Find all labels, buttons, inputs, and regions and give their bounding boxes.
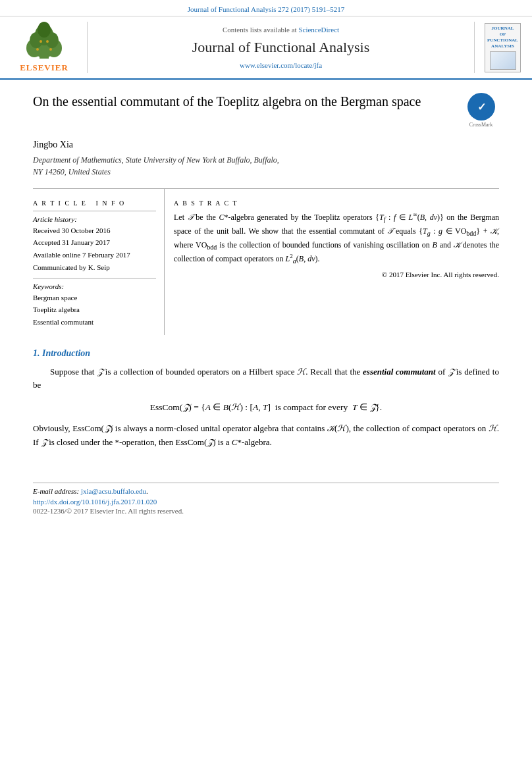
display-math-esscom: EssCom(𝒵) = {A ∈ B(ℋ) : [A, T] is compac… [33, 402, 499, 413]
journal-title: Journal of Functional Analysis [192, 39, 369, 56]
info-abstract-columns: A R T I C L E I N F O Article history: R… [33, 188, 499, 335]
intro-paragraph-1: Suppose that 𝒵 is a collection of bounde… [33, 365, 499, 393]
top-citation-bar: Journal of Functional Analysis 272 (2017… [0, 0, 532, 16]
article-info-title: A R T I C L E I N F O [33, 199, 156, 207]
elsevier-tree-icon [14, 22, 74, 61]
sciencedirect-link[interactable]: ScienceDirect [298, 26, 339, 34]
svg-point-10 [49, 48, 52, 51]
main-content: On the essential commutant of the Toepli… [0, 80, 532, 469]
journal-url[interactable]: www.elsevier.com/locate/jfa [240, 61, 322, 69]
author-affiliation: Department of Mathematics, State Univers… [33, 154, 499, 178]
abstract-column: A B S T R A C T Let 𝒯 be the C*-algebra … [165, 189, 499, 335]
journal-citation: Journal of Functional Analysis 272 (2017… [188, 5, 344, 13]
elsevier-logo: ELSEVIER [8, 22, 80, 73]
keywords-list: Bergman space Toeplitz algebra Essential… [33, 292, 156, 329]
article-dates: Received 30 October 2016 Accepted 31 Jan… [33, 224, 156, 274]
keywords-label: Keywords: [33, 282, 156, 290]
svg-point-8 [42, 26, 46, 30]
page-footer: E-mail address: jxia@acsu.buffalo.edu. h… [33, 483, 499, 515]
journal-center: Contents lists available at ScienceDirec… [87, 22, 475, 73]
doi-link[interactable]: http://dx.doi.org/10.1016/j.jfa.2017.01.… [33, 498, 157, 506]
doi-line[interactable]: http://dx.doi.org/10.1016/j.jfa.2017.01.… [33, 498, 499, 506]
abstract-copyright: © 2017 Elsevier Inc. All rights reserved… [174, 271, 499, 278]
author-name: Jingbo Xia [33, 140, 499, 150]
email-footnote: E-mail address: jxia@acsu.buffalo.edu. [33, 487, 499, 495]
svg-text:✓: ✓ [477, 101, 485, 113]
crossmark-icon: ✓ [467, 93, 495, 120]
journal-cover-thumbnail: JOURNALOFFUNCTIONALANALYSIS [485, 23, 521, 72]
journal-header: ELSEVIER Contents lists available at Sci… [0, 16, 532, 80]
journal-thumbnail: JOURNALOFFUNCTIONALANALYSIS [481, 22, 524, 73]
contents-available-text: Contents lists available at ScienceDirec… [223, 26, 339, 34]
section-1-heading: 1. Introduction [33, 348, 499, 359]
article-info-column: A R T I C L E I N F O Article history: R… [33, 189, 165, 335]
abstract-text: Let 𝒯 be the C*-algebra generated by the… [174, 211, 499, 267]
body-paragraph-2: Obviously, EssCom(𝒵) is always a norm-cl… [33, 422, 499, 450]
svg-point-11 [40, 40, 42, 43]
elsevier-label: ELSEVIER [20, 63, 68, 73]
email-link[interactable]: jxia@acsu.buffalo.edu [81, 487, 146, 495]
history-label: Article history: [33, 215, 156, 223]
page-wrapper: Journal of Functional Analysis 272 (2017… [0, 0, 532, 765]
abstract-title: A B S T R A C T [174, 199, 499, 207]
crossmark-label: CrossMark [469, 122, 493, 129]
email-label: E-mail address: [33, 487, 81, 495]
crossmark-badge[interactable]: ✓ CrossMark [463, 93, 499, 129]
article-title-text: On the essential commutant of the Toepli… [33, 93, 456, 111]
svg-point-9 [36, 48, 39, 51]
footer-copyright: 0022-1236/© 2017 Elsevier Inc. All right… [33, 507, 499, 515]
svg-point-12 [46, 40, 49, 43]
article-title-block: On the essential commutant of the Toepli… [33, 93, 499, 129]
